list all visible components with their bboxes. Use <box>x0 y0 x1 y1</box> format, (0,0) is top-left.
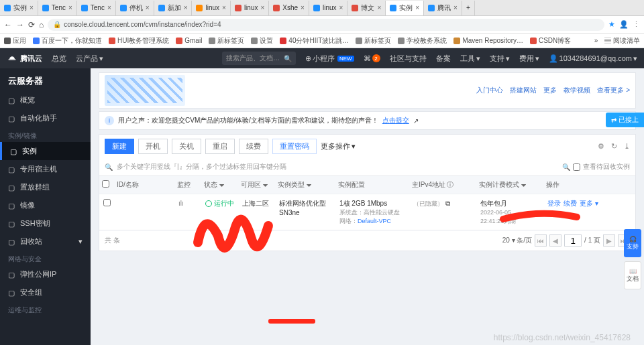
col-zone[interactable]: 可用区 ⏷ <box>241 180 278 190</box>
link-videos[interactable]: 教学视频 <box>564 86 590 95</box>
bookmark-item[interactable]: 设置 <box>251 36 273 46</box>
col-type[interactable]: 实例类型 ⏷ <box>278 180 338 190</box>
nav-cost[interactable]: 费用 ▾ <box>519 54 539 64</box>
browser-tab[interactable]: Xshe× <box>269 1 309 15</box>
star-icon[interactable]: ★ <box>608 20 615 29</box>
filter-placeholder[interactable]: 多个关键字用竖线『|』分隔，多个过滤标签用回车键分隔 <box>117 162 286 171</box>
col-id-name[interactable]: ID/名称 <box>117 180 177 190</box>
vpc-link[interactable]: Default-VPC <box>358 218 391 224</box>
back-icon[interactable]: ← <box>4 20 12 29</box>
download-icon[interactable]: ⤓ <box>624 142 630 151</box>
sidebar-item-cube[interactable]: ▢实例 <box>0 142 91 160</box>
recycled-checkbox[interactable] <box>573 163 580 171</box>
refresh-icon[interactable]: ↻ <box>611 142 617 151</box>
browser-tab[interactable]: linux× <box>231 1 269 15</box>
browser-tab[interactable]: 博文× <box>347 1 386 15</box>
user-menu[interactable]: 👤 1034284691@qq.com ▾ <box>549 54 637 63</box>
menu-icon[interactable]: ⋮ <box>633 20 640 29</box>
renew-button[interactable]: 续费 <box>239 139 268 154</box>
select-all-checkbox[interactable] <box>102 180 109 188</box>
link-getting-started[interactable]: 入门中心 <box>476 86 503 95</box>
browser-tab[interactable]: linux× <box>309 1 347 15</box>
close-icon[interactable]: × <box>222 4 226 11</box>
bookmark-item[interactable]: 学校教务系统 <box>398 36 447 46</box>
nav-tools[interactable]: 工具 ▾ <box>460 54 480 64</box>
settings-icon[interactable]: ⚙ <box>598 142 604 151</box>
more-actions-dropdown[interactable]: 更多操作 ▾ <box>321 141 356 151</box>
monitor-icon[interactable]: ılı <box>177 198 204 209</box>
sidebar-item-robot[interactable]: ▢自动化助手 <box>0 109 91 127</box>
close-icon[interactable]: × <box>339 4 343 11</box>
close-icon[interactable]: × <box>184 4 188 11</box>
filter-search-icon[interactable]: 🔍 <box>562 163 570 171</box>
sidebar-item-image[interactable]: ▢镜像 <box>0 196 91 214</box>
action-login[interactable]: 登录 <box>547 199 561 208</box>
create-button[interactable]: 新建 <box>105 139 134 154</box>
nav-community[interactable]: 社区与支持 <box>390 54 427 64</box>
profile-icon[interactable]: 👤 <box>619 20 629 29</box>
bookmark-item[interactable]: 新标签页 <box>209 36 244 46</box>
switch-view-button[interactable]: ⇄ 已接上 <box>606 113 644 127</box>
pager-next[interactable]: ▶ <box>603 234 615 247</box>
reading-list[interactable]: ▤ 阅读清单 <box>604 36 640 46</box>
close-icon[interactable]: × <box>146 4 150 11</box>
pager-first[interactable]: ⏮ <box>535 234 547 247</box>
bookmark-item[interactable]: 40分钟HIIT波比跳… <box>280 36 349 46</box>
action-renew[interactable]: 续费 <box>564 199 577 208</box>
stop-button[interactable]: 关机 <box>172 139 201 154</box>
close-icon[interactable]: × <box>30 4 34 11</box>
url-field[interactable]: 🔒 console.cloud.tencent.com/cvm/instance… <box>48 19 604 31</box>
start-button[interactable]: 开机 <box>138 139 168 154</box>
bookmark-item[interactable]: HUI教务管理系统 <box>109 36 169 46</box>
link-view-more[interactable]: 查看更多 > <box>597 86 630 95</box>
col-billing[interactable]: 实例计费模式 ⏷ <box>479 180 546 190</box>
reboot-button[interactable]: 重启 <box>205 139 235 154</box>
table-row[interactable]: ılı 运行中 上海二区 标准网络优化型 SN3ne 1核 2GB 1Mbps … <box>99 194 635 230</box>
close-icon[interactable]: × <box>301 4 305 11</box>
nav-products[interactable]: 云产品 ▾ <box>76 54 103 64</box>
bookmark-item[interactable]: 新标签页 <box>356 36 391 46</box>
nav-beian[interactable]: 备案 <box>436 54 451 64</box>
pager-page-input[interactable] <box>564 234 582 247</box>
bookmark-item[interactable]: CSDN博客 <box>530 36 571 46</box>
close-icon[interactable]: × <box>453 4 458 11</box>
browser-tab[interactable]: 实例× <box>0 1 38 15</box>
link-build-site[interactable]: 搭建网站 <box>510 86 537 95</box>
sidebar-item-ip[interactable]: ▢弹性公网IP <box>0 265 91 283</box>
browser-tab[interactable]: 新加× <box>154 1 193 15</box>
bookmark-item[interactable]: 应用 <box>4 36 26 46</box>
global-search-input[interactable]: 搜索产品、文档… 🔍 <box>222 52 296 65</box>
reload-icon[interactable]: ⟳ <box>28 20 35 29</box>
close-icon[interactable]: × <box>377 4 381 11</box>
close-icon[interactable]: × <box>68 4 72 11</box>
close-icon[interactable]: × <box>260 4 264 11</box>
sidebar-item-trash[interactable]: ▢回收站▾ <box>0 232 91 251</box>
copy-icon[interactable]: ⧉ <box>445 200 450 207</box>
bookmark-item[interactable]: Gmail <box>176 37 202 44</box>
support-button[interactable]: 🎧支持 <box>624 229 641 257</box>
bookmark-item[interactable]: Maven Repository… <box>453 37 523 44</box>
docs-button[interactable]: 📖文档 <box>624 261 641 289</box>
sidebar-item-place[interactable]: ▢置放群组 <box>0 178 91 196</box>
sidebar-item-host[interactable]: ▢专用宿主机 <box>0 160 91 178</box>
home-icon[interactable]: ⌂ <box>39 20 44 29</box>
new-tab-button[interactable]: + <box>462 1 475 15</box>
sidebar-item-grid[interactable]: ▢概览 <box>0 91 91 109</box>
close-icon[interactable]: × <box>107 4 111 11</box>
forward-icon[interactable]: → <box>16 20 24 29</box>
per-page-select[interactable]: 20 ▾ 条/页 <box>502 236 532 245</box>
nav-cloudshell[interactable]: ⌘2 <box>364 54 380 63</box>
sidebar-item-shield[interactable]: ▢安全组 <box>0 283 91 301</box>
reset-password-button[interactable]: 重置密码 <box>272 139 317 154</box>
browser-tab[interactable]: Tenc× <box>77 1 116 15</box>
close-icon[interactable]: × <box>415 4 419 11</box>
brand-logo[interactable]: 腾讯云 <box>7 53 42 64</box>
sidebar-item-key[interactable]: ▢SSH密钥 <box>0 214 91 232</box>
col-status[interactable]: 状态 ⏷ <box>204 180 241 190</box>
browser-tab[interactable]: linux× <box>192 1 230 15</box>
browser-tab[interactable]: 实例× <box>386 1 424 15</box>
action-more[interactable]: 更多 ▾ <box>580 199 598 208</box>
browser-tab[interactable]: 停机× <box>116 1 154 15</box>
pager-prev[interactable]: ◀ <box>549 234 561 247</box>
browser-tab[interactable]: Tenc× <box>38 1 77 15</box>
